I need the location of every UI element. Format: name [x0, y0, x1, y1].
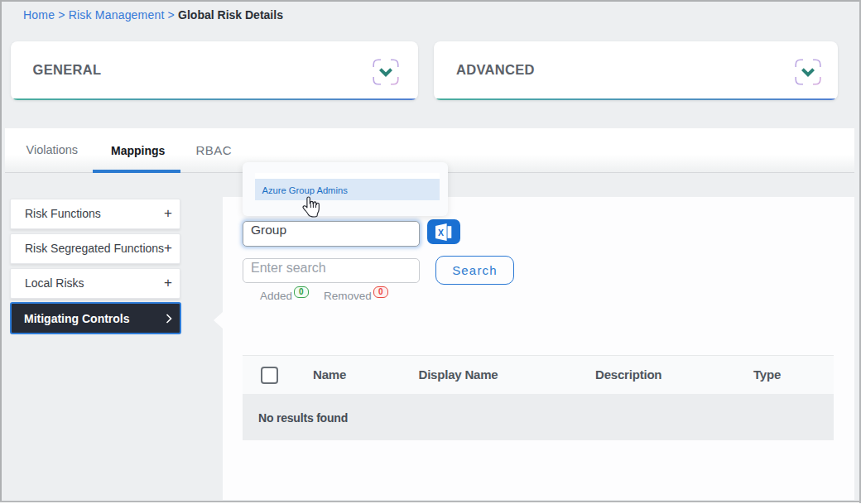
svg-text:X: X — [438, 227, 444, 237]
